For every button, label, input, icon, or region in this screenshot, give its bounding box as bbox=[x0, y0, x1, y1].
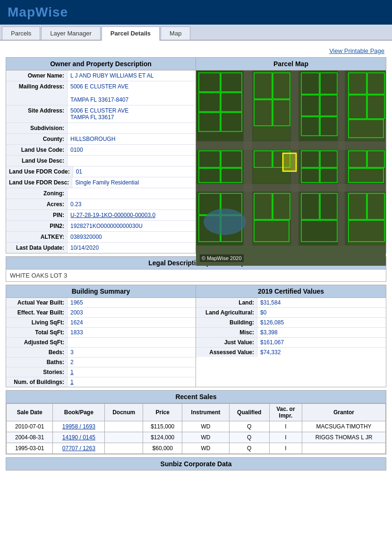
tab-layer-manager[interactable]: Layer Manager bbox=[41, 26, 100, 40]
land-value-label: Land: bbox=[196, 298, 257, 307]
last-update-row: Last Data Update: 10/14/2020 bbox=[6, 243, 196, 253]
sales-row-1: 2010-07-01 19958 / 1693 $115,000 WD Q I … bbox=[7, 421, 386, 432]
stories-row: Stories: 1 bbox=[6, 367, 196, 377]
effect-year-built-row: Effect. Year Built: 2003 bbox=[6, 308, 196, 318]
site-address-row: Site Address: 5006 E CLUSTER AVETAMPA FL… bbox=[6, 105, 196, 123]
certified-values-header: 2019 Certified Values bbox=[196, 285, 386, 298]
beds-row: Beds: 3 bbox=[6, 348, 196, 357]
num-buildings-label: Num. of Buildings: bbox=[6, 377, 68, 387]
subdivision-row: Subdivision: bbox=[6, 123, 196, 134]
app-header: MapWise bbox=[0, 0, 392, 25]
book-page-link-3[interactable]: 07707 / 1263 bbox=[62, 445, 95, 452]
qualified-2: Q bbox=[229, 432, 269, 443]
pin-link[interactable]: U-27-28-19-1KO-000000-00003.0 bbox=[70, 212, 155, 218]
building-value-value: $126,085 bbox=[257, 318, 287, 327]
parcel-map-panel: Parcel Map bbox=[196, 58, 386, 253]
altkey-row: ALTKEY: 0389320000 bbox=[6, 232, 196, 243]
land-use-desc-value bbox=[68, 156, 196, 166]
tab-parcel-details[interactable]: Parcel Details bbox=[102, 26, 160, 41]
just-value-value: $161,067 bbox=[257, 338, 287, 347]
building-value-row: Building: $126,085 bbox=[196, 318, 386, 328]
svg-rect-12 bbox=[300, 151, 337, 183]
last-update-label: Last Data Update: bbox=[6, 243, 68, 253]
sale-date-3: 1995-03-01 bbox=[7, 443, 53, 454]
svg-rect-8 bbox=[300, 70, 337, 140]
zoning-value bbox=[68, 188, 196, 199]
misc-value-row: Misc: $3,398 bbox=[196, 328, 386, 338]
county-row: County: HILLSBOROUGH bbox=[6, 134, 196, 145]
last-update-value: 10/14/2020 bbox=[68, 243, 196, 253]
sales-table-header-row: Sale Date Book/Page Docnum Price Instrum… bbox=[7, 404, 386, 421]
book-page-link-2[interactable]: 14190 / 0145 bbox=[62, 434, 95, 441]
assessed-value-row: Assessed Value: $74,332 bbox=[196, 348, 386, 357]
county-label: County: bbox=[6, 134, 68, 144]
grantor-3 bbox=[302, 443, 386, 454]
land-value-value: $31,584 bbox=[257, 298, 283, 307]
parcel-map-svg bbox=[196, 70, 386, 245]
owner-name-label: Owner Name: bbox=[6, 70, 68, 81]
pin-row: PIN: U-27-28-19-1KO-000000-00003.0 bbox=[6, 210, 196, 221]
view-printable-link[interactable]: View Printable Page bbox=[329, 47, 384, 54]
just-value-label: Just Value: bbox=[196, 338, 257, 347]
stories-label: Stories: bbox=[6, 367, 68, 377]
pin2-value: 1928271KO000000000030U bbox=[68, 221, 196, 231]
building-summary-panel: Building Summary Actual Year Built: 1965… bbox=[6, 285, 196, 387]
land-use-code-row: Land Use Code: 0100 bbox=[6, 145, 196, 156]
top-section: Owner and Property Description Owner Nam… bbox=[6, 57, 386, 253]
qualified-1: Q bbox=[229, 421, 269, 432]
tab-bar: Parcels Layer Manager Parcel Details Map bbox=[0, 25, 392, 41]
price-1: $115,000 bbox=[143, 421, 182, 432]
land-use-code-label: Land Use Code: bbox=[6, 145, 68, 155]
land-value-row: Land: $31,584 bbox=[196, 298, 386, 308]
zoning-row: Zoning: bbox=[6, 188, 196, 199]
recent-sales-section: Recent Sales Sale Date Book/Page Docnum … bbox=[6, 390, 386, 454]
parcel-map-container[interactable]: © MapWise 2020 bbox=[196, 70, 386, 266]
parcel-map-header: Parcel Map bbox=[196, 58, 386, 70]
land-fdor-desc-row: Land Use FDOR Desc: Single Family Reside… bbox=[6, 177, 196, 188]
num-buildings-link[interactable]: 1 bbox=[70, 379, 74, 385]
pin2-label: PIN2: bbox=[6, 221, 68, 231]
docnum-1 bbox=[105, 421, 143, 432]
beds-label: Beds: bbox=[6, 348, 68, 357]
tab-map[interactable]: Map bbox=[161, 26, 190, 40]
actual-year-built-label: Actual Year Built: bbox=[6, 298, 68, 307]
vac-impr-2: I bbox=[269, 432, 302, 443]
total-sqft-value: 1833 bbox=[68, 328, 86, 337]
total-sqft-row: Total SqFt: 1833 bbox=[6, 328, 196, 338]
svg-point-66 bbox=[204, 209, 246, 235]
tab-parcels[interactable]: Parcels bbox=[2, 26, 40, 40]
sunbiz-header: Sunbiz Corporate Data bbox=[6, 457, 386, 471]
col-docnum: Docnum bbox=[105, 404, 143, 421]
sale-date-1: 2010-07-01 bbox=[7, 421, 53, 432]
docnum-2 bbox=[105, 432, 143, 443]
stories-link[interactable]: 1 bbox=[70, 369, 74, 375]
baths-label: Baths: bbox=[6, 357, 68, 367]
qualified-3: Q bbox=[229, 443, 269, 454]
legal-description-text: WHITE OAKS LOT 3 bbox=[6, 270, 386, 281]
grantor-1: MACSUGA TIMOTHY bbox=[302, 421, 386, 432]
actual-year-built-value: 1965 bbox=[68, 298, 86, 307]
mailing-address-label: Mailing Address: bbox=[6, 81, 68, 105]
book-page-link-1[interactable]: 19958 / 1693 bbox=[62, 423, 95, 430]
mailing-address-value: 5006 E CLUSTER AVETAMPA FL 33617-8407 bbox=[68, 81, 196, 105]
adjusted-sqft-value bbox=[68, 338, 73, 347]
county-value: HILLSBOROUGH bbox=[68, 134, 196, 144]
sales-row-3: 1995-03-01 07707 / 1263 $60,000 WD Q I bbox=[7, 443, 386, 454]
acres-label: Acres: bbox=[6, 199, 68, 209]
zoning-label: Zoning: bbox=[6, 188, 68, 199]
actual-year-built-row: Actual Year Built: 1965 bbox=[6, 298, 196, 308]
price-3: $60,000 bbox=[143, 443, 182, 454]
land-fdor-code-label: Land Use FDOR Code: bbox=[6, 166, 73, 177]
land-use-desc-label: Land Use Desc: bbox=[6, 156, 68, 166]
just-value-row: Just Value: $161,067 bbox=[196, 338, 386, 348]
land-use-desc-row: Land Use Desc: bbox=[6, 156, 196, 166]
num-buildings-value: 1 bbox=[68, 377, 77, 387]
mailing-address-row: Mailing Address: 5006 E CLUSTER AVETAMPA… bbox=[6, 81, 196, 105]
baths-row: Baths: 2 bbox=[6, 357, 196, 367]
grantor-2: RIGGS THOMAS L JR bbox=[302, 432, 386, 443]
svg-rect-7 bbox=[253, 70, 290, 140]
acres-row: Acres: 0.23 bbox=[6, 199, 196, 210]
land-fdor-desc-label: Land Use FDOR Desc: bbox=[6, 177, 72, 188]
living-sqft-row: Living SqFt: 1624 bbox=[6, 318, 196, 328]
sale-date-2: 2004-08-31 bbox=[7, 432, 53, 443]
